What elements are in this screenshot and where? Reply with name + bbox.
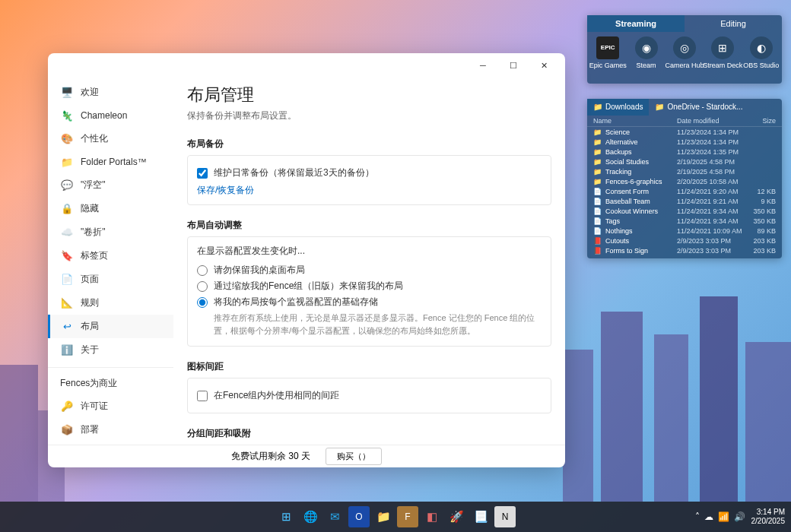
sidebar-item-icon: 🔑 [61, 401, 73, 413]
file-date: 11/23/2024 1:34 PM [677, 138, 745, 146]
sidebar-item-11[interactable]: ℹ️关于 [48, 338, 173, 362]
app-icon-red[interactable]: ◧ [421, 506, 443, 527]
sidebar-item-icon: ↩ [61, 321, 73, 333]
sidebar-item-label: "卷折" [81, 226, 106, 239]
daily-backup-checkbox[interactable]: 维护日常备份（将保留最近3天的备份） [197, 166, 542, 179]
fence-app-camera-hub[interactable]: ◎Camera Hub [666, 36, 703, 69]
tray-chevron-icon[interactable]: ˄ [695, 511, 700, 522]
file-row[interactable]: 📁Alternative11/23/2024 1:34 PM [587, 137, 782, 147]
system-tray[interactable]: ˄ ☁ 📶 🔊 3:14 PM 2/20/2025 [695, 508, 786, 526]
file-type-icon: 📁 [593, 138, 602, 146]
fence-app-obs-studio[interactable]: ◐OBS Studio [743, 36, 780, 69]
same-spacing-checkbox[interactable]: 在Fence组内外使用相同的间距 [197, 389, 542, 402]
sidebar-item-label: 许可证 [81, 400, 108, 413]
fence-app-steam[interactable]: ◉Steam [628, 36, 665, 69]
app-icon: EPIC [596, 36, 619, 59]
content-area: 布局管理 保持备份并调整布局设置。 布局备份 维护日常备份（将保留最近3天的备份… [173, 78, 565, 445]
buy-button[interactable]: 购买（） [326, 448, 382, 465]
tray-wifi-icon[interactable]: 📶 [718, 511, 729, 522]
file-row[interactable]: 📁Tracking2/19/2025 4:58 PM [587, 166, 782, 176]
section-spacing-header: 图标间距 [187, 360, 551, 373]
file-row[interactable]: 📕Forms to Sign2/9/2023 3:03 PM203 KB [587, 245, 782, 255]
sidebar-item-icon: 🖥️ [61, 87, 73, 99]
auto-opt1[interactable]: 请勿保留我的桌面布局 [197, 264, 542, 277]
app-icon: ◉ [635, 36, 658, 59]
sidebar-item-8[interactable]: 📄页面 [48, 268, 173, 291]
auto-opt3-desc: 推荐在所有系统上使用，无论是单显示器还是多显示器。Fence 记住您的 Fenc… [214, 312, 542, 337]
app-icon-o[interactable]: O [348, 506, 370, 527]
restore-link[interactable]: 保存/恢复备份 [197, 184, 542, 197]
edge-icon[interactable]: 🌐 [300, 506, 321, 527]
fences-icon[interactable]: F [397, 506, 418, 527]
file-row[interactable]: 📄Baseball Team11/24/2021 9:21 AM9 KB [587, 196, 782, 206]
titlebar[interactable]: ─ ☐ ✕ [48, 53, 565, 78]
page-title: 布局管理 [187, 84, 551, 106]
file-row[interactable]: 📁Social Studies2/19/2025 4:58 PM [587, 157, 782, 166]
fence-tab-editing[interactable]: Editing [685, 15, 782, 32]
app-label: Stream Deck [703, 62, 742, 69]
auto-opt2[interactable]: 通过缩放我的Fence组（旧版）来保留我的布局 [197, 280, 542, 293]
sidebar-item-label: Folder Portals™ [81, 157, 147, 167]
file-type-icon: 📁 [593, 148, 602, 156]
sidebar-item-4[interactable]: 💬"浮空" [48, 173, 173, 197]
notion-icon[interactable]: N [494, 506, 516, 527]
file-row[interactable]: 📁Science11/23/2024 1:34 PM [587, 127, 782, 137]
explorer-icon[interactable]: 📁 [373, 506, 394, 527]
fence-tab-streaming[interactable]: Streaming [587, 15, 685, 32]
tray-volume-icon[interactable]: 🔊 [734, 511, 745, 522]
file-row[interactable]: 📄Cookout Winners11/24/2021 9:34 AM350 KB [587, 206, 782, 216]
sidebar-item-1[interactable]: 🦎Chameleon [48, 104, 173, 127]
minimize-button[interactable]: ─ [468, 55, 498, 76]
sidebar-item-label: 隐藏 [81, 202, 99, 215]
sidebar-item-2[interactable]: 🎨个性化 [48, 127, 173, 150]
file-row[interactable]: 📄Consent Form11/24/2021 9:20 AM12 KB [587, 186, 782, 196]
close-button[interactable]: ✕ [529, 55, 559, 76]
file-row[interactable]: 📕Cutouts2/9/2023 3:03 PM203 KB [587, 236, 782, 245]
sidebar-item-icon: 🎨 [61, 133, 73, 145]
file-row[interactable]: 📁Fences-6-graphics2/20/2025 10:58 AM [587, 176, 782, 186]
auto-box: 在显示器配置发生变化时... 请勿保留我的桌面布局 通过缩放我的Fence组（旧… [187, 236, 551, 347]
maximize-button[interactable]: ☐ [498, 55, 529, 76]
file-row[interactable]: 📄Tags11/24/2021 9:34 AM350 KB [587, 216, 782, 226]
sidebar-item-9[interactable]: 📐规则 [48, 291, 173, 315]
clock[interactable]: 3:14 PM 2/20/2025 [751, 508, 786, 526]
app-icon-rocket[interactable]: 🚀 [446, 506, 467, 527]
file-name: Nothings [605, 227, 677, 235]
auto-box-title: 在显示器配置发生变化时... [197, 245, 542, 258]
fence-streaming[interactable]: Streaming Editing EPICEpic Games◉Steam◎C… [587, 15, 782, 84]
outlook-icon[interactable]: ✉ [324, 506, 345, 527]
file-date: 2/19/2025 4:58 PM [677, 168, 745, 176]
page-subtitle: 保持备份并调整布局设置。 [187, 109, 551, 122]
section-snap-header: 分组间距和吸附 [187, 427, 551, 440]
file-type-icon: 📁 [593, 168, 602, 176]
app-icon-page[interactable]: 📃 [470, 506, 491, 527]
sidebar: 🖥️欢迎🦎Chameleon🎨个性化📁Folder Portals™💬"浮空"🔒… [48, 78, 173, 445]
start-button[interactable]: ⊞ [275, 506, 297, 527]
sidebar-biz-item-0[interactable]: 🔑许可证 [48, 394, 173, 418]
sidebar-item-5[interactable]: 🔒隐藏 [48, 197, 173, 220]
file-row[interactable]: 📁Backups11/23/2024 1:35 PM [587, 147, 782, 157]
fence-tab-onedrive[interactable]: 📁OneDrive - Stardock... [649, 99, 748, 116]
sidebar-biz-item-1[interactable]: 📦部署 [48, 418, 173, 442]
taskbar[interactable]: ⊞ 🌐 ✉ O 📁 F ◧ 🚀 📃 N ˄ ☁ 📶 🔊 3:14 PM 2/20… [0, 502, 791, 532]
tray-cloud-icon[interactable]: ☁ [704, 511, 713, 522]
file-row[interactable]: 📄Nothings11/24/2021 10:09 AM89 KB [587, 226, 782, 236]
fence-app-stream-deck[interactable]: ⊞Stream Deck [704, 36, 741, 69]
file-size: 350 KB [745, 207, 776, 215]
auto-opt3[interactable]: 将我的布局按每个监视器配置的基础存储 [197, 296, 542, 309]
sidebar-item-10[interactable]: ↩布局 [48, 315, 173, 338]
fence-tab-downloads[interactable]: 📁Downloads [587, 99, 649, 116]
daily-backup-input[interactable] [197, 168, 208, 179]
file-name: Tracking [605, 168, 677, 176]
file-name: Fences-6-graphics [605, 178, 677, 185]
fence-app-epic-games[interactable]: EPICEpic Games [589, 36, 626, 69]
sidebar-item-0[interactable]: 🖥️欢迎 [48, 81, 173, 104]
fence-downloads[interactable]: 📁Downloads 📁OneDrive - Stardock... Name … [587, 99, 782, 258]
sidebar-item-icon: ℹ️ [61, 344, 73, 356]
file-date: 2/20/2025 10:58 AM [677, 178, 745, 185]
sidebar-item-label: 关于 [81, 344, 99, 356]
sidebar-item-3[interactable]: 📁Folder Portals™ [48, 150, 173, 173]
sidebar-item-6[interactable]: ☁️"卷折" [48, 220, 173, 244]
app-icon: ◎ [673, 36, 696, 59]
sidebar-item-7[interactable]: 🔖标签页 [48, 244, 173, 268]
